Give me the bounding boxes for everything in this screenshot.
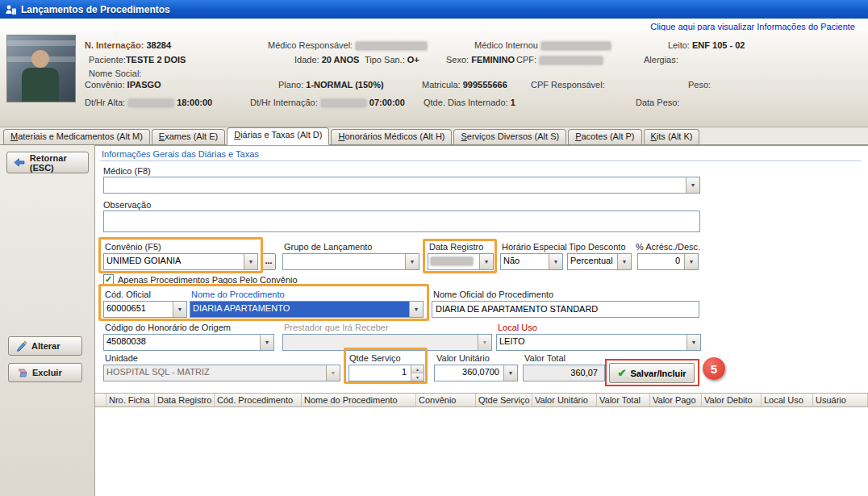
pencil-icon xyxy=(15,340,27,352)
column-nro-ficha[interactable]: Nro. Ficha xyxy=(106,394,155,406)
field-convenio: Convênio: IPASGO xyxy=(85,80,161,90)
column-qtde-servico[interactable]: Qtde Serviço xyxy=(476,394,532,406)
chevron-down-icon[interactable]: ▼ xyxy=(549,254,562,269)
unidade-select: HOSPITAL SQL - MATRIZ ▼ xyxy=(103,365,340,381)
column-valor-debito[interactable]: Valor Debito xyxy=(702,394,762,406)
unidade-label: Unidade xyxy=(105,353,138,363)
checkbox-check-icon[interactable]: ✓ xyxy=(103,274,114,285)
app-window: Lançamentos de Procedimentos Clique aqui… xyxy=(0,0,868,496)
patient-header: N. Internação: 38284 Médico Responsável:… xyxy=(0,31,868,127)
redacted-medico-internou xyxy=(541,42,611,50)
field-cpf: CPF: xyxy=(516,55,606,65)
field-data-peso: Data Peso: xyxy=(636,98,679,107)
chevron-down-icon[interactable]: ▼ xyxy=(244,254,257,269)
valor-unitario-label: Valor Unitário xyxy=(436,353,490,363)
chevron-down-icon[interactable]: ▼ xyxy=(684,254,698,269)
field-qtde-dias: Qtde. Dias Internado: 1 xyxy=(424,98,515,107)
main-panel: Informações Gerais das Diárias e Taxas M… xyxy=(95,145,868,496)
chevron-down-icon[interactable]: ▼ xyxy=(686,335,700,350)
tab-honorarios-medicos[interactable]: Honorários Médicos (Alt H) xyxy=(331,129,452,144)
tipo-desconto-select[interactable]: Percentual ▼ xyxy=(567,253,632,270)
grupo-lancamento-label: Grupo de Lançamento xyxy=(284,242,372,252)
column-valor-pago[interactable]: Valor Pago xyxy=(650,394,702,406)
column-cod-procedimento[interactable]: Cód. Procedimento xyxy=(215,394,302,406)
window-title: Lançamentos de Procedimentos xyxy=(21,4,170,15)
cod-honorario-select[interactable]: 45080038 ▼ xyxy=(103,334,274,351)
column-usuario[interactable]: Usuário xyxy=(813,394,868,406)
patient-photo xyxy=(6,35,76,102)
horario-especial-label: Horário Especial xyxy=(502,242,567,252)
field-sexo: Sexo: FEMININO xyxy=(446,55,515,65)
chevron-down-icon[interactable]: ▼ xyxy=(173,302,186,317)
step-badge: 5 xyxy=(703,357,725,380)
data-registro-select[interactable]: ▼ xyxy=(428,253,494,270)
tab-servicos-diversos[interactable]: Serviços Diversos (Alt S) xyxy=(453,129,566,144)
chevron-down-icon[interactable]: ▼ xyxy=(409,302,423,317)
field-internacao: N. Internação: 38284 xyxy=(85,40,171,50)
sidebar: Retornar (ESC) Alterar Excluir xyxy=(0,145,95,496)
column-valor-unitario[interactable]: Valor Unitário xyxy=(532,394,597,406)
observacao-input[interactable] xyxy=(103,210,700,232)
chevron-down-icon[interactable]: ▼ xyxy=(686,177,699,193)
cod-oficial-select[interactable]: 60000651 ▼ xyxy=(103,301,187,318)
salvar-incluir-button[interactable]: ✔ Salvar/Incluir xyxy=(609,363,695,383)
column-nome-procedimento[interactable]: Nome do Procedimento xyxy=(302,394,416,406)
grupo-lancamento-select[interactable]: ▼ xyxy=(282,253,419,270)
data-registro-label: Data Registro xyxy=(429,242,483,252)
redacted-medico-responsavel xyxy=(356,42,427,50)
chevron-down-icon[interactable]: ▼ xyxy=(479,254,493,269)
field-nome-social: Nome Social: xyxy=(89,69,141,78)
tab-materiais-medicamentos[interactable]: Materiais e Medicamentos (Alt M) xyxy=(3,129,150,144)
convenio-browse-button[interactable]: ... xyxy=(261,253,276,270)
tab-kits[interactable]: Kits (Alt K) xyxy=(644,129,700,144)
photo-background xyxy=(7,40,75,46)
spinner-buttons[interactable]: ▲▼ xyxy=(411,365,424,381)
results-table-body[interactable] xyxy=(95,407,868,496)
redacted-data-alta xyxy=(128,99,173,107)
field-cpf-responsavel: CPF Responsável: xyxy=(531,80,605,90)
horario-especial-select[interactable]: Não ▼ xyxy=(500,253,563,270)
convenio-select[interactable]: UNIMED GOIANIA ▼ xyxy=(103,253,258,270)
field-dthr-internacao: Dt/Hr Internação:07:00:00 xyxy=(250,98,405,108)
valor-total-field: 360,07 xyxy=(523,365,605,381)
apenas-pagos-checkbox[interactable]: ✓ Apenas Procedimentos Pagos Pelo Convên… xyxy=(103,274,298,285)
tab-bar: Materiais e Medicamentos (Alt M) Exames … xyxy=(0,127,868,145)
chevron-down-icon[interactable]: ▼ xyxy=(503,365,517,381)
column-data-registro[interactable]: Data Registro xyxy=(155,394,215,406)
tab-diarias-taxas[interactable]: Diárias e Taxas (Alt D) xyxy=(227,127,329,145)
cod-oficial-label: Cód. Oficial xyxy=(105,290,151,299)
chevron-down-icon[interactable]: ▼ xyxy=(260,335,273,350)
retornar-button[interactable]: Retornar (ESC) xyxy=(6,152,89,173)
alterar-button[interactable]: Alterar xyxy=(8,336,82,356)
check-icon: ✔ xyxy=(618,367,627,379)
title-bar: Lançamentos de Procedimentos xyxy=(0,0,868,19)
excluir-button[interactable]: Excluir xyxy=(8,363,82,382)
field-medico-responsavel: Médico Responsável: xyxy=(268,40,430,51)
chevron-down-icon[interactable]: ▼ xyxy=(617,254,631,269)
spin-down-icon: ▼ xyxy=(411,373,424,381)
chevron-down-icon[interactable]: ▼ xyxy=(405,254,419,269)
column-convenio[interactable]: Convênio xyxy=(416,394,476,406)
convenio-label: Convênio (F5) xyxy=(105,242,161,252)
acresc-desc-select[interactable]: 0 ▼ xyxy=(637,253,699,270)
nome-oficial-input[interactable]: DIARIA DE APARTAMENTO STANDARD xyxy=(432,301,699,318)
column-icon[interactable] xyxy=(95,394,106,406)
cod-honorario-label: Código do Honorário de Origem xyxy=(105,323,231,332)
spin-up-icon: ▲ xyxy=(411,365,424,373)
field-idade: Idade: 20 ANOS xyxy=(294,55,359,65)
local-uso-select[interactable]: LEITO ▼ xyxy=(496,334,701,351)
results-table-header: Nro. Ficha Data Registro Cód. Procedimen… xyxy=(95,393,868,407)
column-local-uso[interactable]: Local Uso xyxy=(762,394,813,406)
nome-oficial-label: Nome Oficial do Procedimento xyxy=(433,290,553,299)
medico-select[interactable]: ▼ xyxy=(103,177,700,194)
nome-procedimento-select[interactable]: DIARIA APARTAMENTO ▼ xyxy=(190,301,424,318)
chevron-down-icon: ▼ xyxy=(326,365,340,381)
column-valor-total[interactable]: Valor Total xyxy=(597,394,650,406)
qtde-servico-stepper[interactable]: 1 ▲▼ xyxy=(348,365,424,381)
tab-exames[interactable]: Exames (Alt E) xyxy=(152,129,225,144)
chevron-down-icon: ▼ xyxy=(478,335,491,350)
tab-pacotes[interactable]: Pacotes (Alt P) xyxy=(568,129,641,144)
app-icon xyxy=(5,4,16,15)
valor-unitario-select[interactable]: 360,0700 ▼ xyxy=(434,365,518,381)
redacted-cpf xyxy=(540,56,603,65)
